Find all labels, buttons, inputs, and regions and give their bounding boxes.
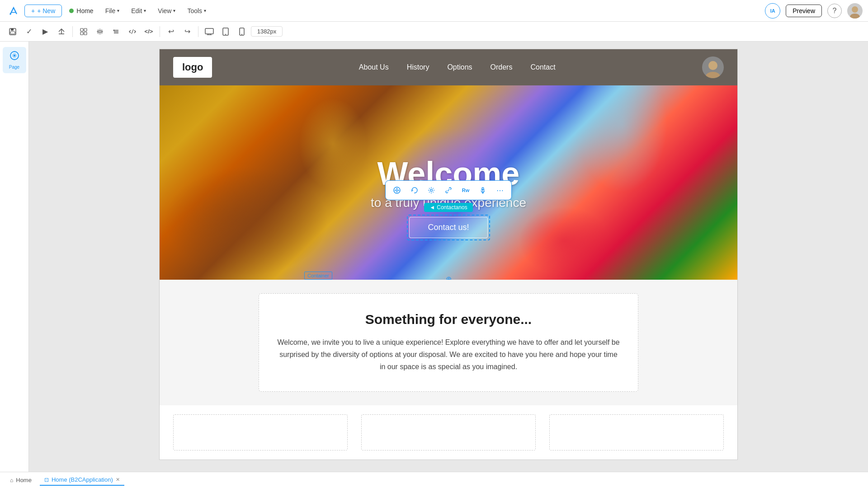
nav-user-avatar[interactable]: [702, 56, 724, 78]
floating-toolbar: Rw ⋯ ◄ Contactanos: [385, 180, 512, 240]
app-logo: [5, 3, 22, 19]
view-menu[interactable]: View ▾: [153, 5, 180, 16]
svg-point-0: [9, 13, 11, 15]
svg-point-24: [241, 34, 242, 35]
svg-point-28: [708, 61, 717, 70]
new-label: + New: [37, 7, 55, 14]
desktop-view-button[interactable]: [202, 24, 217, 39]
help-button[interactable]: ?: [827, 4, 842, 18]
home-status-dot: [69, 9, 74, 13]
tab-b2c[interactable]: ⊡ Home (B2CApplication) ✕: [40, 474, 124, 486]
separator: [160, 26, 160, 37]
code-button[interactable]: [125, 24, 140, 39]
toolbar: ✓ ▶: [0, 22, 868, 42]
tab-home-label: Home: [16, 477, 32, 483]
sidebar-item-page[interactable]: Page: [3, 47, 26, 73]
page-tab-icon: ⊡: [44, 477, 49, 483]
svg-rect-9: [84, 28, 87, 31]
content-body: Welcome, we invite you to live a unique …: [277, 336, 620, 373]
components-button[interactable]: [109, 24, 123, 39]
site-bottom-section: [160, 405, 737, 460]
svg-rect-8: [80, 28, 83, 31]
save-button[interactable]: [5, 24, 20, 39]
content-section: Something for everyone... Welcome, we in…: [259, 293, 638, 392]
layers-button[interactable]: [93, 24, 107, 39]
chevron-down-icon: ▾: [173, 8, 175, 13]
main-area: Page logo About Us History Options Order…: [0, 42, 868, 472]
question-icon: ?: [833, 7, 837, 15]
bottom-card-1: [173, 414, 348, 450]
nav-contact[interactable]: Contact: [530, 63, 555, 71]
mobile-view-button[interactable]: [235, 24, 249, 39]
nav-orders[interactable]: Orders: [491, 63, 513, 71]
topbar-right: IA Preview ?: [765, 3, 863, 19]
link-tool[interactable]: [442, 183, 455, 197]
tab-home[interactable]: ⌂ Home: [5, 475, 36, 485]
page-label: Page: [9, 65, 19, 70]
contact-us-button[interactable]: Contact us!: [409, 217, 487, 238]
separator: [198, 26, 198, 37]
home-label: Home: [76, 7, 93, 14]
tab-b2c-label: Home (B2CApplication): [52, 476, 113, 483]
home-tab-icon: ⌂: [10, 477, 13, 483]
svg-point-2: [850, 14, 860, 19]
website-canvas: logo About Us History Options Orders Con…: [159, 49, 738, 460]
separator: [72, 26, 73, 37]
bottombar: ⌂ Home ⊡ Home (B2CApplication) ✕: [0, 472, 868, 488]
bottom-card-2: [361, 414, 536, 450]
bottom-card-3: [549, 414, 724, 450]
site-logo: logo: [173, 57, 212, 78]
home-indicator: Home: [65, 5, 98, 16]
redo-button[interactable]: ↪: [180, 24, 194, 39]
nav-options[interactable]: Options: [447, 63, 472, 71]
svg-point-27: [14, 55, 15, 56]
edit-menu[interactable]: Edit ▾: [127, 5, 151, 16]
html-button[interactable]: </>: [142, 24, 156, 39]
export-button[interactable]: [54, 24, 69, 39]
svg-rect-17: [205, 28, 213, 34]
settings-tool[interactable]: [425, 183, 438, 197]
svg-rect-4: [11, 28, 14, 31]
file-menu[interactable]: File ▾: [101, 5, 124, 16]
contact-button-wrapper: Contact us!: [407, 215, 490, 240]
responsive-tool[interactable]: Rw: [459, 183, 472, 197]
undo-button[interactable]: ↩: [164, 24, 178, 39]
ia-label: IA: [770, 8, 775, 14]
more-tool[interactable]: ⋯: [493, 183, 507, 197]
user-avatar[interactable]: [847, 3, 863, 19]
move-tool[interactable]: [390, 183, 404, 197]
chevron-down-icon: ▾: [204, 8, 206, 13]
checkmark-button[interactable]: ✓: [22, 24, 36, 39]
element-toolbar: Rw ⋯: [385, 180, 512, 200]
play-button[interactable]: ▶: [38, 24, 52, 39]
preview-button[interactable]: Preview: [786, 5, 822, 17]
svg-rect-5: [10, 32, 15, 34]
anchor-tool[interactable]: [476, 183, 490, 197]
svg-point-15: [113, 29, 115, 31]
svg-line-16: [132, 29, 133, 34]
resize-handle[interactable]: ⊕: [446, 275, 452, 280]
tablet-view-button[interactable]: [218, 24, 233, 39]
nav-history[interactable]: History: [407, 63, 429, 71]
tools-label: Tools: [187, 7, 202, 14]
content-title: Something for everyone...: [277, 312, 620, 327]
tab-close-button[interactable]: ✕: [116, 477, 120, 483]
hero-section: Welcome to a truly unique experience: [160, 85, 737, 280]
grid-button[interactable]: [76, 24, 91, 39]
svg-point-1: [852, 6, 858, 13]
svg-rect-10: [80, 32, 83, 35]
left-sidebar: Page: [0, 42, 29, 472]
new-button[interactable]: + + New: [24, 5, 62, 17]
plus-icon: +: [31, 7, 35, 14]
px-display[interactable]: 1382px: [251, 26, 283, 37]
ia-button[interactable]: IA: [765, 3, 780, 19]
site-navigation: logo About Us History Options Orders Con…: [160, 49, 737, 85]
canvas-area[interactable]: logo About Us History Options Orders Con…: [29, 42, 868, 472]
file-label: File: [105, 7, 116, 14]
nav-about[interactable]: About Us: [359, 63, 389, 71]
breadcrumb-label: Contactanos: [437, 204, 467, 211]
rotate-tool[interactable]: [407, 183, 421, 197]
tools-menu[interactable]: Tools ▾: [183, 5, 211, 16]
view-label: View: [158, 7, 171, 14]
chevron-down-icon: ▾: [117, 8, 119, 13]
